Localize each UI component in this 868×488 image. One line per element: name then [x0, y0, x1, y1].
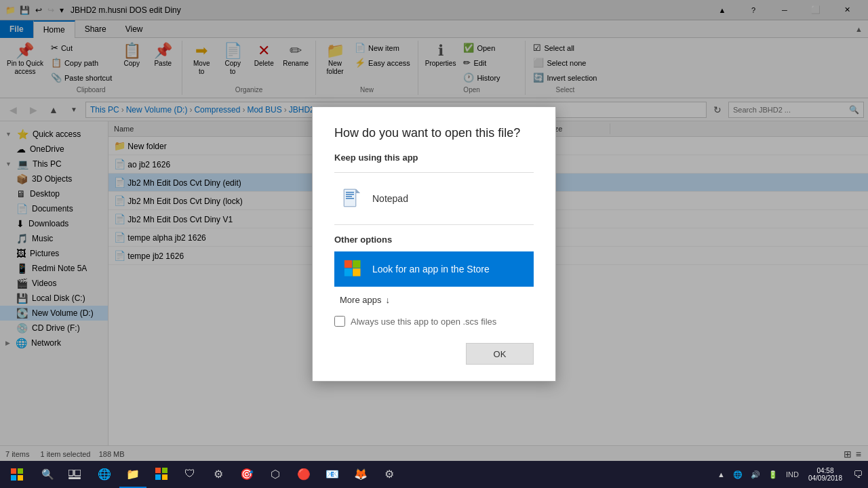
store-icon — [342, 258, 364, 280]
start-button[interactable] — [0, 461, 34, 488]
divider-1 — [334, 172, 534, 173]
svg-rect-10 — [344, 268, 352, 276]
svg-rect-19 — [155, 468, 161, 473]
taskbar-store-btn[interactable] — [148, 461, 175, 488]
open-with-dialog: How do you want to open this file? Keep … — [312, 106, 556, 382]
taskbar-app8-btn[interactable]: 🔴 — [290, 461, 317, 488]
svg-marker-7 — [356, 189, 360, 193]
dialog-title: How do you want to open this file? — [334, 126, 534, 140]
more-apps-label: More apps — [340, 295, 381, 305]
clock-time: 04:58 — [816, 467, 833, 474]
svg-rect-8 — [344, 260, 352, 268]
clock-date: 04/09/2018 — [808, 474, 842, 482]
always-use-checkbox-row: Always use this app to open .scs files — [334, 310, 534, 332]
more-apps-btn[interactable]: More apps ↓ — [334, 289, 534, 310]
taskbar-app7-btn[interactable]: ⬡ — [262, 461, 289, 488]
taskbar-app5-btn[interactable]: ⚙ — [205, 461, 232, 488]
language-indicator[interactable]: IND — [782, 461, 803, 488]
volume-icon[interactable]: 🔊 — [747, 461, 764, 488]
notepad-label: Notepad — [372, 193, 408, 204]
svg-rect-2 — [346, 192, 354, 193]
network-icon[interactable]: 🌐 — [729, 461, 747, 488]
taskbar-search-btn[interactable]: 🔍 — [34, 461, 61, 488]
show-hidden-icons-btn[interactable]: ▲ — [713, 461, 729, 488]
taskbar-sys-tray: ▲ 🌐 🔊 🔋 IND 04:58 04/09/2018 🗨 — [713, 461, 868, 488]
always-use-label: Always use this app to open .scs files — [351, 317, 496, 327]
taskbar-apps: 🌐 📁 🛡 ⚙ 🎯 ⬡ 🔴 📧 🦊 ⚙ — [88, 461, 713, 488]
svg-rect-21 — [155, 474, 161, 480]
taskbar-firefox-btn[interactable]: 🦊 — [347, 461, 374, 488]
svg-rect-17 — [75, 470, 81, 476]
svg-rect-12 — [11, 468, 16, 474]
store-option[interactable]: Look for an app in the Store — [334, 251, 534, 287]
keep-using-title: Keep using this app — [334, 152, 534, 163]
taskbar-edge-btn[interactable]: 🌐 — [91, 461, 118, 488]
notepad-option[interactable]: Notepad — [334, 182, 534, 215]
svg-rect-18 — [68, 477, 81, 479]
svg-rect-5 — [346, 198, 354, 199]
svg-rect-3 — [346, 194, 354, 195]
svg-rect-4 — [346, 196, 352, 197]
taskbar: 🔍 🌐 📁 🛡 ⚙ 🎯 ⬡ 🔴 📧 🦊 ⚙ ▲ 🌐 🔊 — [0, 461, 868, 488]
svg-rect-13 — [18, 468, 23, 474]
svg-rect-11 — [353, 268, 360, 276]
other-options-title: Other options — [334, 235, 534, 245]
taskbar-explorer-btn[interactable]: 📁 — [119, 461, 146, 488]
battery-icon[interactable]: 🔋 — [764, 461, 782, 488]
divider-2 — [334, 224, 534, 225]
always-use-checkbox[interactable] — [334, 316, 345, 327]
svg-rect-9 — [353, 260, 360, 268]
more-apps-arrow-icon: ↓ — [385, 295, 390, 305]
taskbar-settings-btn[interactable]: ⚙ — [376, 461, 403, 488]
taskbar-clock[interactable]: 04:58 04/09/2018 — [803, 461, 848, 488]
dialog-footer: OK — [334, 343, 534, 365]
taskbar-app6-btn[interactable]: 🎯 — [233, 461, 260, 488]
task-view-btn[interactable] — [61, 461, 88, 488]
taskbar-antivirus-btn[interactable]: 🛡 — [176, 461, 203, 488]
ok-button[interactable]: OK — [466, 343, 534, 365]
svg-rect-15 — [18, 475, 23, 481]
taskbar-mail-btn[interactable]: 📧 — [319, 461, 346, 488]
dialog-overlay: How do you want to open this file? Keep … — [0, 0, 868, 488]
svg-rect-20 — [162, 468, 167, 473]
svg-rect-16 — [68, 470, 73, 476]
svg-rect-14 — [11, 475, 16, 481]
notification-btn[interactable]: 🗨 — [848, 461, 868, 488]
notepad-icon — [340, 186, 364, 211]
store-label: Look for an app in the Store — [372, 264, 490, 274]
svg-rect-22 — [162, 474, 167, 480]
